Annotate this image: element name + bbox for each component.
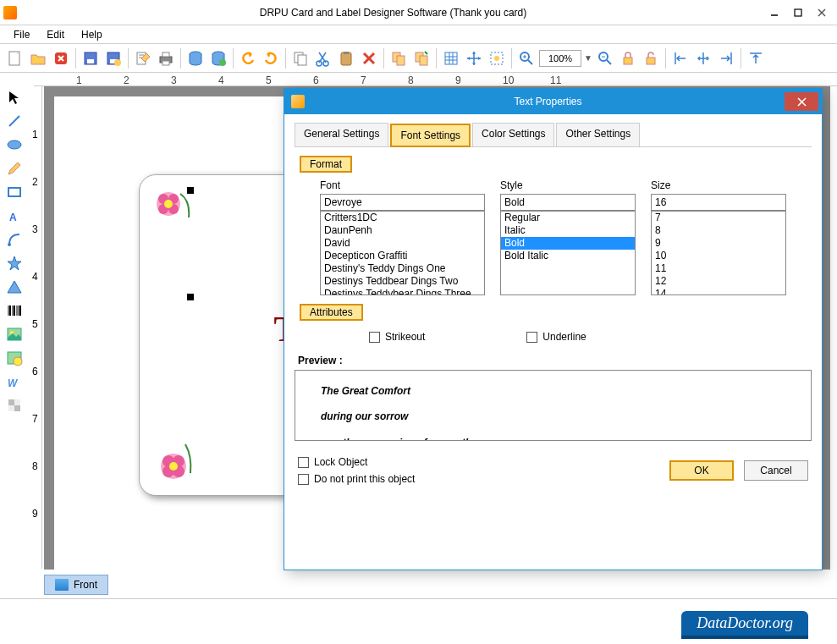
watermark-badge: DataDoctor.org: [681, 611, 808, 639]
size-item[interactable]: 8: [652, 224, 785, 237]
align-left-icon[interactable]: [670, 48, 691, 69]
zoomout-icon[interactable]: [595, 48, 615, 69]
triangle-icon[interactable]: [3, 276, 25, 298]
dialog-close-button[interactable]: [785, 92, 818, 111]
cursor-icon[interactable]: [3, 86, 25, 108]
size-item[interactable]: 9: [652, 237, 785, 250]
svg-point-82: [169, 462, 178, 471]
close-button[interactable]: [810, 3, 834, 22]
style-item[interactable]: Bold Italic: [501, 250, 635, 262]
grid-icon[interactable]: [441, 48, 461, 69]
database-icon[interactable]: [185, 48, 206, 69]
dialog-icon: [291, 95, 305, 108]
svg-rect-45: [647, 58, 655, 64]
text-icon[interactable]: A: [3, 205, 25, 227]
undo-icon[interactable]: [238, 48, 258, 69]
style-item[interactable]: Regular: [501, 212, 635, 224]
database2-icon[interactable]: [208, 48, 229, 69]
font-item[interactable]: Critters1DC: [321, 212, 484, 224]
size-item[interactable]: 11: [652, 262, 785, 275]
size-item[interactable]: 14: [652, 288, 785, 295]
tab-font[interactable]: Font Settings: [390, 124, 471, 147]
fit-icon[interactable]: [487, 48, 507, 69]
zoomin-icon[interactable]: [516, 48, 537, 69]
font-item[interactable]: Destiny's Teddy Dings One: [321, 262, 484, 275]
menu-edit[interactable]: Edit: [40, 27, 71, 42]
image-icon[interactable]: [3, 323, 25, 345]
print-icon[interactable]: [156, 48, 176, 69]
dialog-title: Text Properties: [311, 96, 785, 107]
wordart-icon[interactable]: W: [3, 371, 25, 393]
minimize-button[interactable]: [763, 3, 786, 22]
svg-rect-52: [8, 188, 20, 196]
preview-label: Preview :: [298, 355, 812, 366]
tab-other[interactable]: Other Settings: [556, 123, 640, 146]
ok-button[interactable]: OK: [669, 460, 734, 481]
lock-icon[interactable]: [618, 48, 638, 69]
arc-icon[interactable]: [3, 228, 25, 250]
selection-handle[interactable]: [187, 294, 194, 300]
dialog-titlebar[interactable]: Text Properties: [284, 89, 822, 114]
pencil-icon[interactable]: [3, 157, 25, 179]
page-tab-front[interactable]: Front: [44, 575, 108, 595]
align-center-icon[interactable]: [693, 48, 713, 69]
zoom-dropdown-icon[interactable]: ▼: [584, 53, 592, 63]
svg-rect-67: [8, 399, 14, 405]
line-icon[interactable]: [3, 110, 25, 132]
font-label: Font: [320, 179, 485, 191]
style-input[interactable]: [500, 194, 636, 211]
barcode-icon[interactable]: [3, 300, 25, 322]
unlock-icon[interactable]: [641, 48, 661, 69]
edit-list-icon[interactable]: [133, 48, 153, 69]
cut-icon[interactable]: [313, 48, 333, 69]
clone2-icon[interactable]: [411, 48, 432, 69]
new-icon[interactable]: [5, 48, 25, 69]
size-item[interactable]: 7: [652, 212, 785, 224]
close-doc-icon[interactable]: [51, 48, 71, 69]
font-input[interactable]: [320, 194, 485, 211]
tab-color[interactable]: Color Settings: [472, 123, 554, 146]
menu-file[interactable]: File: [7, 27, 36, 42]
copy-icon[interactable]: [290, 48, 311, 69]
font-item[interactable]: Destinys Teddybear Dings Three: [321, 288, 484, 295]
image2-icon[interactable]: [3, 347, 25, 369]
paste-icon[interactable]: [336, 48, 356, 69]
size-input[interactable]: [651, 194, 786, 211]
star-icon[interactable]: [3, 252, 25, 274]
ellipse-icon[interactable]: [3, 134, 25, 156]
tab-general[interactable]: General Settings: [295, 123, 388, 146]
style-item-selected[interactable]: Bold: [501, 237, 635, 250]
zoom-input[interactable]: [539, 50, 581, 67]
menu-help[interactable]: Help: [74, 27, 109, 42]
noprint-checkbox[interactable]: Do not print this object: [298, 473, 659, 485]
font-item[interactable]: DaunPenh: [321, 224, 484, 237]
align-right-icon[interactable]: [716, 48, 736, 69]
size-item[interactable]: 12: [652, 275, 785, 288]
transparency-icon[interactable]: [3, 394, 25, 416]
font-item[interactable]: Destinys Teddbear Dings Two: [321, 275, 484, 288]
open-icon[interactable]: [28, 48, 48, 69]
clone-icon[interactable]: [388, 48, 409, 69]
move-icon[interactable]: [464, 48, 484, 69]
cancel-button[interactable]: Cancel: [744, 460, 808, 481]
saveas-icon[interactable]: [103, 48, 124, 69]
rect-icon[interactable]: [3, 181, 25, 203]
svg-point-19: [219, 59, 226, 66]
align-top-icon[interactable]: [746, 48, 766, 69]
size-list[interactable]: 7 8 9 10 11 12 14 16: [651, 211, 786, 295]
size-item[interactable]: 10: [652, 250, 785, 262]
redo-icon[interactable]: [261, 48, 281, 69]
font-item[interactable]: Decepticon Graffiti: [321, 250, 484, 262]
strikeout-checkbox[interactable]: Strikeout: [369, 331, 425, 343]
maximize-button[interactable]: [786, 3, 810, 22]
underline-checkbox[interactable]: Underline: [526, 331, 586, 343]
svg-point-65: [14, 357, 22, 366]
save-icon[interactable]: [80, 48, 101, 69]
style-item[interactable]: Italic: [501, 224, 635, 237]
font-item[interactable]: David: [321, 237, 484, 250]
font-list[interactable]: Critters1DC DaunPenh David Decepticon Gr…: [320, 211, 485, 295]
lock-object-checkbox[interactable]: Lock Object: [298, 456, 659, 468]
style-list[interactable]: Regular Italic Bold Bold Italic: [500, 211, 636, 295]
selection-handle[interactable]: [187, 187, 194, 194]
delete-icon[interactable]: [359, 48, 379, 69]
